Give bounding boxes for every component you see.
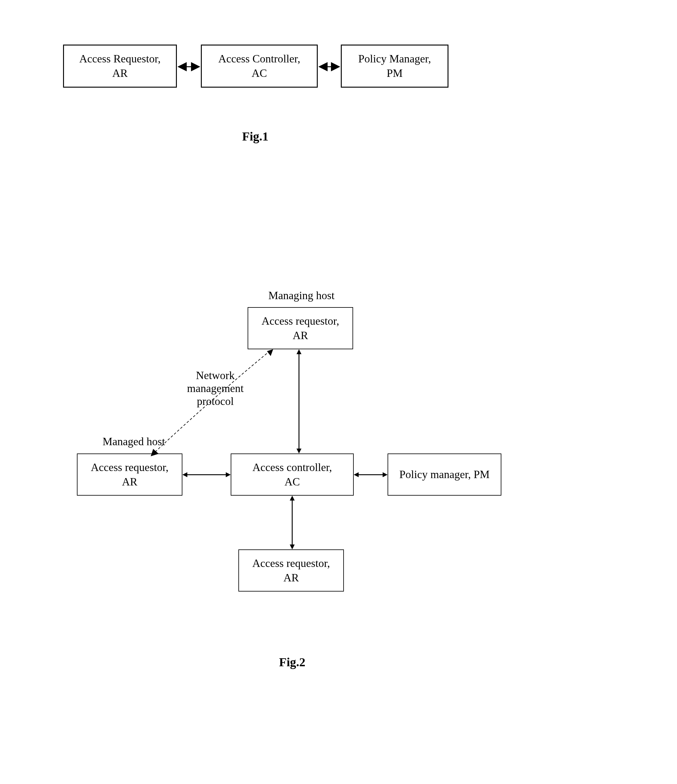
fig2-protocol-line1: Network <box>175 369 255 382</box>
fig1-ar-line1: Access Requestor, <box>80 52 161 66</box>
svg-marker-14 <box>383 472 388 477</box>
svg-marker-13 <box>354 472 359 477</box>
fig2-protocol-label: Network management protocol <box>175 369 255 408</box>
fig1-pm-line2: PM <box>387 66 402 81</box>
fig2-bottom-ar-box: Access requestor, AR <box>239 549 344 591</box>
fig2-protocol-line2: management <box>175 382 255 395</box>
fig2-bottom-ar-line1: Access requestor, <box>252 556 330 571</box>
svg-marker-17 <box>290 544 295 549</box>
fig2-managing-host-label: Managing host <box>258 289 345 302</box>
fig1-arrow-ar-ac <box>177 63 201 70</box>
fig2-arrow-left-ar-to-ac <box>183 471 231 478</box>
svg-marker-16 <box>290 496 295 501</box>
svg-marker-8 <box>296 449 301 454</box>
fig1-pm-line1: Policy Manager, <box>358 52 431 66</box>
fig2-ac-line1: Access controller, <box>253 460 332 475</box>
fig2-left-ar-line2: AR <box>122 475 137 489</box>
fig1-ar-line2: AR <box>112 66 128 81</box>
svg-marker-10 <box>183 472 187 477</box>
fig2-protocol-line3: protocol <box>175 395 255 408</box>
svg-marker-18 <box>267 349 273 356</box>
fig1-ac-line2: AC <box>252 66 267 81</box>
fig2-managed-host-ar-box: Access requestor, AR <box>77 454 183 496</box>
svg-marker-7 <box>296 349 301 354</box>
fig2-arrow-ac-to-pm <box>354 471 388 478</box>
fig2-access-controller-box: Access controller, AC <box>231 454 354 496</box>
fig2-policy-manager-box: Policy manager, PM <box>388 454 501 496</box>
fig2-left-ar-line1: Access requestor, <box>91 460 168 475</box>
fig1-caption: Fig.1 <box>237 129 274 143</box>
fig1-ac-line1: Access Controller, <box>218 52 300 66</box>
fig2-ac-line2: AC <box>284 475 300 489</box>
fig1-access-controller-box: Access Controller, AC <box>201 45 318 88</box>
fig2-caption: Fig.2 <box>274 655 310 669</box>
fig2-arrow-ac-to-bottom-ar <box>289 496 296 549</box>
fig2-top-ar-line1: Access requestor, <box>262 314 339 328</box>
fig2-pm-line1: Policy manager, PM <box>399 467 490 482</box>
fig2-bottom-ar-line2: AR <box>283 571 299 585</box>
fig1-access-requestor-box: Access Requestor, AR <box>63 45 177 88</box>
fig1-arrow-ac-pm <box>318 63 341 70</box>
svg-marker-11 <box>226 472 231 477</box>
fig2-arrow-top-ar-to-ac <box>295 349 303 454</box>
fig2-managing-host-ar-box: Access requestor, AR <box>248 307 353 349</box>
fig2-managed-host-label: Managed host <box>94 435 174 448</box>
fig2-top-ar-line2: AR <box>293 328 308 343</box>
fig1-policy-manager-box: Policy Manager, PM <box>341 45 448 88</box>
